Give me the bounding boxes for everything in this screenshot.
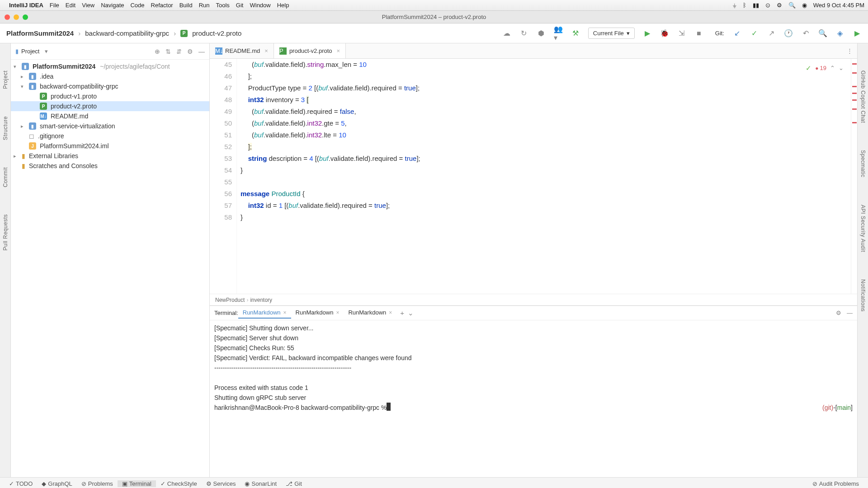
problems-button[interactable]: ⊘ Problems — [77, 480, 118, 487]
sync-icon[interactable]: ↻ — [519, 29, 528, 38]
checkstyle-button[interactable]: ✓ CheckStyle — [156, 480, 202, 487]
editor-tab-readme[interactable]: M↓ README.md × — [210, 43, 274, 58]
maximize-window[interactable] — [23, 14, 28, 20]
new-terminal-tab[interactable]: + — [400, 309, 404, 317]
menu-help[interactable]: Help — [277, 2, 289, 9]
hammer-icon[interactable]: ⚒ — [571, 29, 580, 38]
project-tree[interactable]: ▾ ▮ PlatformSummit2024 ~/projects/agilef… — [11, 60, 209, 173]
hexagon-icon[interactable]: ⬢ — [537, 29, 546, 38]
tree-node-readme[interactable]: M↓README.md — [11, 111, 209, 121]
prev-highlight-icon[interactable]: ⌃ — [830, 62, 835, 74]
bluetooth-icon[interactable]: ᛒ — [743, 2, 746, 9]
tree-ext-libs[interactable]: ▸▮External Libraries — [11, 151, 209, 161]
breadcrumb-root[interactable]: PlatformSummit2024 — [6, 29, 74, 37]
specmatic-tool-button[interactable]: Specmatic — [860, 150, 866, 178]
git-push-icon[interactable]: ↗ — [767, 29, 776, 38]
tree-node-iml[interactable]: JPlatformSummit2024.iml — [11, 141, 209, 151]
git-rollback-icon[interactable]: ↶ — [801, 29, 810, 38]
menu-edit[interactable]: Edit — [66, 2, 75, 9]
debug-button[interactable]: 🐞 — [660, 29, 669, 38]
coverage-button[interactable]: ⇲ — [677, 29, 686, 38]
run-anything-icon[interactable]: ▶ — [853, 29, 862, 38]
menu-refactor[interactable]: Refactor — [151, 2, 173, 9]
control-center-icon[interactable]: ⚙ — [777, 2, 782, 9]
terminal-tab-1[interactable]: RunMarkdown× — [291, 307, 344, 319]
sonarlint-button[interactable]: ◉ SonarLint — [240, 480, 281, 487]
breadcrumb-folder[interactable]: backward-compatibility-grpc — [85, 29, 169, 37]
cloud-icon[interactable]: ☁ — [502, 29, 511, 38]
editor-more-icon[interactable]: ⋮ — [847, 47, 857, 54]
tree-node-proto-v1[interactable]: Pproduct-v1.proto — [11, 91, 209, 101]
run-button[interactable]: ▶ — [643, 29, 652, 38]
terminal-output[interactable]: [Specmatic] Shutting down server... [Spe… — [210, 320, 857, 477]
services-button[interactable]: ⚙ Services — [202, 480, 241, 487]
todo-button[interactable]: ✓ TODO — [5, 480, 37, 487]
menu-git[interactable]: Git — [236, 2, 244, 9]
terminal-dropdown[interactable]: ⌄ — [408, 309, 414, 317]
close-window[interactable] — [5, 14, 10, 20]
tree-node-bcg[interactable]: ▾▮backward-compatibility-grpc — [11, 81, 209, 91]
menu-view[interactable]: View — [82, 2, 94, 9]
ai-assistant-icon[interactable]: ◈ — [835, 29, 844, 38]
menu-navigate[interactable]: Navigate — [101, 2, 124, 9]
git-update-icon[interactable]: ↙ — [732, 29, 741, 38]
stop-button[interactable]: ■ — [694, 29, 703, 38]
spotlight-icon[interactable]: ⊙ — [765, 2, 770, 9]
minimize-window[interactable] — [14, 14, 19, 20]
close-icon[interactable]: × — [336, 310, 339, 316]
close-icon[interactable]: × — [337, 47, 340, 54]
menu-build[interactable]: Build — [179, 2, 193, 9]
breadcrumb-message[interactable]: NewProduct — [215, 297, 245, 303]
git-button[interactable]: ⎇ Git — [281, 480, 307, 487]
git-history-icon[interactable]: 🕐 — [784, 29, 793, 38]
editor-tab-proto[interactable]: P product-v2.proto × — [274, 43, 346, 58]
git-commit-icon[interactable]: ✓ — [750, 29, 759, 38]
code-editor[interactable]: 4546474849505152535455565758 (buf.valida… — [210, 59, 857, 294]
close-icon[interactable]: × — [283, 310, 287, 316]
menubar-date[interactable]: Wed 9 Oct 4:45 PM — [813, 2, 864, 9]
next-highlight-icon[interactable]: ⌄ — [839, 62, 844, 74]
terminal-button[interactable]: ▣ Terminal — [118, 480, 156, 487]
audit-problems-button[interactable]: ⊘ Audit Problems — [808, 480, 863, 487]
inspection-ok-icon[interactable]: ✓ — [806, 62, 811, 74]
search-icon[interactable]: 🔍 — [788, 2, 796, 9]
app-name[interactable]: IntelliJ IDEA — [9, 2, 43, 9]
tree-node-gitignore[interactable]: ◻.gitignore — [11, 131, 209, 141]
terminal-tab-0[interactable]: RunMarkdown× — [238, 307, 291, 319]
select-opened-file-icon[interactable]: ⊕ — [155, 48, 160, 55]
project-view-selector[interactable]: ▾ — [45, 48, 48, 55]
settings-icon[interactable]: ⚙ — [187, 48, 193, 55]
structure-tool-button[interactable]: Structure — [2, 116, 9, 140]
run-config-selector[interactable]: Current File ▾ — [588, 28, 635, 39]
tree-node-ssv[interactable]: ▸▮smart-service-virtualization — [11, 121, 209, 131]
commit-tool-button[interactable]: Commit — [2, 167, 9, 187]
tree-node-idea[interactable]: ▸▮.idea — [11, 71, 209, 81]
code-body[interactable]: (buf.validate.field).string.max_len = 10… — [237, 59, 851, 294]
tree-node-proto-v2[interactable]: Pproduct-v2.proto — [11, 101, 209, 111]
menu-window[interactable]: Window — [250, 2, 270, 9]
breadcrumb-file[interactable]: product-v2.proto — [192, 29, 241, 37]
close-icon[interactable]: × — [264, 47, 268, 54]
siri-icon[interactable]: ◉ — [802, 2, 807, 9]
close-icon[interactable]: × — [389, 310, 392, 316]
copilot-tool-button[interactable]: GitHub Copilot Chat — [860, 70, 866, 123]
pull-requests-tool-button[interactable]: Pull Requests — [2, 214, 9, 251]
breadcrumb-field[interactable]: inventory — [250, 297, 272, 303]
menu-file[interactable]: File — [50, 2, 59, 9]
collaborate-icon[interactable]: 👥▾ — [554, 29, 563, 38]
battery-icon[interactable]: ▮▮ — [753, 2, 759, 9]
tree-root[interactable]: ▾ ▮ PlatformSummit2024 ~/projects/agilef… — [11, 61, 209, 71]
terminal-hide-icon[interactable]: — — [847, 310, 853, 316]
error-stripe[interactable] — [851, 59, 857, 294]
terminal-settings-icon[interactable]: ⚙ — [836, 310, 841, 316]
collapse-all-icon[interactable]: ⇵ — [176, 48, 182, 55]
menu-run[interactable]: Run — [199, 2, 210, 9]
project-tool-button[interactable]: Project — [2, 70, 9, 89]
graphql-button[interactable]: ◆ GraphQL — [37, 480, 76, 487]
inspection-error-badge[interactable]: ●19 — [815, 62, 826, 74]
terminal-tab-2[interactable]: RunMarkdown× — [344, 307, 396, 319]
notifications-tool-button[interactable]: Notifications — [860, 279, 866, 312]
security-audit-tool-button[interactable]: API Security Audit — [860, 205, 866, 252]
menu-tools[interactable]: Tools — [216, 2, 229, 9]
tree-scratches[interactable]: ▮Scratches and Consoles — [11, 161, 209, 171]
